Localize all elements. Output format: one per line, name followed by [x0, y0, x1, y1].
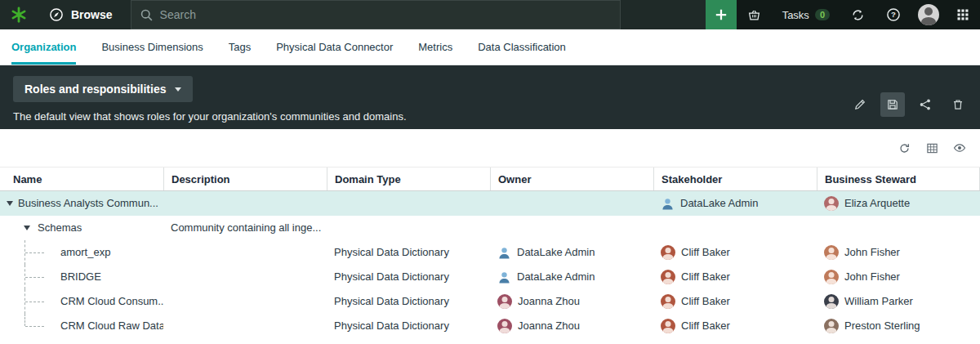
basket-button[interactable] — [737, 0, 772, 29]
person-avatar — [497, 294, 512, 309]
asset-name[interactable]: Schemas — [38, 221, 82, 234]
app-grid-button[interactable] — [946, 0, 980, 29]
person-name[interactable]: DataLake Admin — [517, 240, 595, 265]
business-steward-cell: John Fisher — [817, 265, 980, 289]
asset-name[interactable]: CRM Cloud Consum... — [60, 295, 163, 307]
person: Cliff Baker — [661, 240, 730, 265]
help-button[interactable]: ? — [875, 0, 911, 29]
person-name[interactable]: Eliza Arquette — [844, 191, 910, 216]
tab-tags[interactable]: Tags — [229, 29, 251, 65]
tasks-button[interactable]: Tasks 0 — [772, 0, 840, 29]
person: Cliff Baker — [661, 314, 730, 338]
table-toolbar — [0, 129, 980, 167]
table-row[interactable]: CRM Cloud Raw Data Physical Data Diction… — [0, 314, 980, 338]
tab-metrics[interactable]: Metrics — [418, 29, 452, 65]
person-name[interactable]: Joanna Zhou — [518, 289, 580, 314]
tree-line — [24, 314, 25, 326]
grid-view-button[interactable] — [921, 137, 942, 159]
refresh-icon — [898, 142, 911, 154]
description-cell — [163, 240, 327, 265]
sync-button[interactable] — [840, 0, 875, 29]
column-header-business-steward[interactable]: Business Steward — [817, 168, 980, 190]
person: Cliff Baker — [661, 289, 730, 314]
person-name[interactable]: DataLake Admin — [680, 191, 758, 216]
column-header-name[interactable]: Name — [0, 168, 163, 190]
person-name[interactable]: Preston Sterling — [844, 314, 920, 338]
compass-icon — [49, 7, 64, 22]
tab-data-classification[interactable]: Data Classification — [478, 29, 566, 65]
user-icon — [497, 270, 511, 284]
tab-organization[interactable]: Organization — [11, 29, 76, 65]
browse-label: Browse — [71, 8, 113, 21]
asset-name[interactable]: amort_exp — [60, 246, 110, 258]
save-view-button[interactable] — [880, 92, 905, 117]
logo-icon — [10, 6, 28, 24]
table-header: Name Description Domain Type Owner Stake… — [0, 167, 980, 191]
column-visibility-button[interactable] — [949, 137, 970, 159]
owner-cell: Joanna Zhou — [490, 314, 653, 338]
user-icon — [497, 246, 511, 260]
domain-type-cell: Physical Data Dictionary — [327, 265, 490, 289]
table-grid-icon — [926, 142, 938, 154]
collapse-icon[interactable] — [7, 201, 13, 206]
collibra-logo[interactable] — [0, 0, 38, 29]
view-selector[interactable]: Roles and responsibilities — [13, 76, 193, 102]
name-cell: CRM Cloud Consum... — [0, 289, 163, 314]
table-row[interactable]: CRM Cloud Consum... Physical Data Dictio… — [0, 289, 980, 314]
svg-text:?: ? — [891, 10, 896, 19]
person-avatar — [497, 319, 512, 333]
refresh-button[interactable] — [893, 137, 915, 159]
stakeholder-cell: Cliff Baker — [653, 314, 817, 338]
person-avatar — [661, 270, 675, 284]
search-box[interactable] — [131, 0, 621, 29]
person: Cliff Baker — [661, 265, 730, 289]
data-table: Name Description Domain Type Owner Stake… — [0, 167, 980, 338]
user-avatar[interactable] — [918, 4, 939, 25]
asset-name[interactable]: BRIDGE — [60, 270, 101, 283]
person: DataLake Admin — [661, 191, 758, 216]
column-header-stakeholder[interactable]: Stakeholder — [653, 168, 817, 190]
module-tabs: Organization Business Dimensions Tags Ph… — [0, 29, 980, 65]
tab-physical-data-connector[interactable]: Physical Data Connector — [276, 29, 393, 65]
person-name[interactable]: Cliff Baker — [681, 314, 730, 338]
column-header-owner[interactable]: Owner — [490, 168, 653, 190]
person-name[interactable]: Joanna Zhou — [518, 314, 580, 338]
add-button[interactable] — [706, 0, 737, 29]
asset-name[interactable]: Business Analysts Commun... — [18, 197, 158, 209]
delete-view-button[interactable] — [946, 92, 970, 117]
collapse-icon[interactable] — [24, 226, 30, 230]
domain-type-cell — [327, 216, 490, 240]
share-view-button[interactable] — [913, 92, 938, 117]
view-description: The default view that shows roles for yo… — [13, 110, 967, 123]
search-input[interactable] — [160, 8, 612, 21]
person-name[interactable]: DataLake Admin — [517, 265, 595, 289]
person-name[interactable]: William Parker — [844, 289, 913, 314]
person-name[interactable]: Cliff Baker — [681, 265, 730, 289]
trash-icon — [951, 98, 964, 111]
edit-view-button[interactable] — [848, 92, 872, 117]
column-header-description[interactable]: Description — [163, 168, 327, 190]
owner-cell: DataLake Admin — [490, 240, 653, 265]
tab-business-dimensions[interactable]: Business Dimensions — [101, 29, 203, 65]
column-header-domain-type[interactable]: Domain Type — [327, 168, 490, 190]
person: Joanna Zhou — [497, 289, 580, 314]
table-row[interactable]: BRIDGE Physical Data Dictionary DataLake… — [0, 265, 980, 289]
asset-name[interactable]: CRM Cloud Raw Data — [60, 319, 163, 332]
table-row[interactable]: amort_exp Physical Data Dictionary DataL… — [0, 240, 980, 265]
person-name[interactable]: Cliff Baker — [681, 289, 730, 314]
person-avatar — [824, 245, 839, 260]
view-actions — [848, 92, 970, 117]
tree-line — [25, 326, 44, 327]
person-name[interactable]: Cliff Baker — [681, 240, 730, 265]
person-avatar — [824, 270, 839, 284]
name-cell: Business Analysts Commun... — [0, 191, 163, 216]
domain-type-cell: Physical Data Dictionary — [327, 240, 490, 265]
share-icon — [919, 98, 932, 111]
browse-button[interactable]: Browse — [38, 0, 131, 29]
person-name[interactable]: John Fisher — [844, 265, 900, 289]
table-row[interactable]: Business Analysts Commun... DataLake Adm… — [0, 191, 980, 216]
person: William Parker — [824, 289, 913, 314]
sync-icon — [851, 8, 865, 22]
person-name[interactable]: John Fisher — [844, 240, 900, 265]
table-row[interactable]: Schemas Community containing all inge... — [0, 216, 980, 240]
